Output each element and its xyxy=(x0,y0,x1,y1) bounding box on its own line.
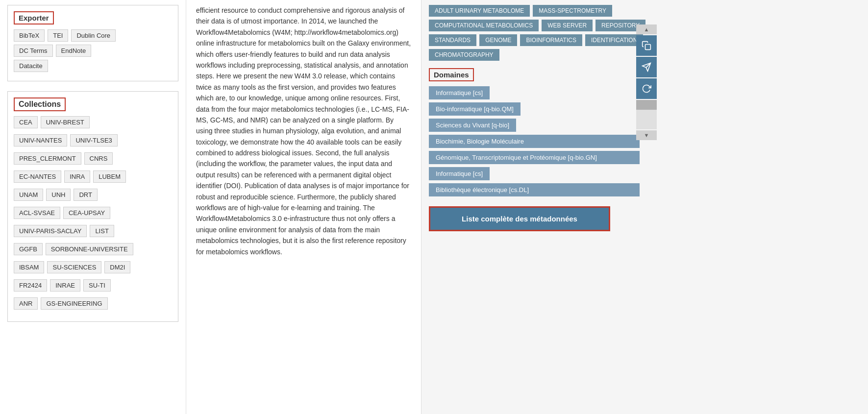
collection-tag[interactable]: UNIV-PARIS-SACLAY xyxy=(14,225,87,237)
exporter-row-1: BibTeX TEI Dublin Core xyxy=(14,29,172,42)
collection-tag[interactable]: DM2I xyxy=(104,261,130,273)
collection-tag[interactable]: ANR xyxy=(14,297,38,310)
main-content: efficient resource to conduct comprehens… xyxy=(186,0,422,414)
refresh-icon-button[interactable] xyxy=(636,78,657,99)
keyword-tag[interactable]: BIOINFORMATICS xyxy=(520,34,582,46)
domain-tag[interactable]: Génomique, Transcriptomique et Protéomiq… xyxy=(429,151,640,164)
collection-tag[interactable]: UNIV-TLSE3 xyxy=(70,134,117,146)
datacite-button[interactable]: Datacite xyxy=(14,60,48,72)
collection-tag[interactable]: UNIV-BREST xyxy=(41,116,90,128)
exporter-row-2: DC Terms EndNote xyxy=(14,45,172,57)
scrollbar-thumb[interactable] xyxy=(636,100,657,110)
collection-tag[interactable]: UNIV-NANTES xyxy=(14,134,67,146)
collection-tag[interactable]: SU-SCIENCES xyxy=(47,261,101,273)
scroll-down-arrow[interactable]: ▼ xyxy=(636,130,657,140)
collection-tag[interactable]: SORBONNE-UNIVERSITE xyxy=(46,243,133,255)
keyword-tag[interactable]: CHROMATOGRAPHY xyxy=(429,49,499,61)
keyword-tag[interactable]: GENOME xyxy=(479,34,517,46)
domain-tag[interactable]: Bibliothèque électronique [cs.DL] xyxy=(429,183,640,196)
collection-tag[interactable]: GS-ENGINEERING xyxy=(41,297,107,310)
keyword-tags: ADULT URINARY METABOLOMEMASS-SPECTROMETR… xyxy=(429,5,649,61)
svg-rect-0 xyxy=(645,45,651,50)
collections-title: Collections xyxy=(14,97,66,111)
collection-tag[interactable]: SU-TI xyxy=(83,279,111,292)
collection-tag[interactable]: UNAM xyxy=(14,189,43,201)
exporter-row-3: Datacite xyxy=(14,60,172,72)
collections-section: Collections CEAUNIV-BRESTUNIV-NANTESUNIV… xyxy=(7,91,178,322)
collection-tag[interactable]: ACL-SVSAE xyxy=(14,207,60,219)
scroll-up-arrow[interactable]: ▲ xyxy=(636,24,657,34)
collection-tag[interactable]: INRAE xyxy=(50,279,80,292)
keyword-tag[interactable]: WEB SERVER xyxy=(542,20,593,31)
dublin-core-button[interactable]: Dublin Core xyxy=(71,29,116,42)
dc-terms-button[interactable]: DC Terms xyxy=(14,45,53,57)
domaines-title: Domaines xyxy=(429,68,474,81)
domain-tag[interactable]: Bio-informatique [q-bio.QM] xyxy=(429,102,521,116)
liste-complete-button[interactable]: Liste complète des métadonnées xyxy=(429,206,610,231)
collection-tag[interactable]: IBSAM xyxy=(14,261,44,273)
domain-tags: Informatique [cs]Bio-informatique [q-bio… xyxy=(429,86,649,196)
collection-tag[interactable]: UNH xyxy=(46,189,71,201)
collection-tag[interactable]: GGFB xyxy=(14,243,43,255)
exporter-section: Exporter BibTeX TEI Dublin Core DC Terms… xyxy=(7,5,178,81)
collection-tag[interactable]: LUBEM xyxy=(93,170,126,183)
keyword-tag[interactable]: COMPUTATIONAL METABOLOMICS xyxy=(429,20,539,31)
domain-tag[interactable]: Informatique [cs] xyxy=(429,167,490,180)
collection-tag[interactable]: LIST xyxy=(90,225,114,237)
description-text: efficient resource to conduct comprehens… xyxy=(196,5,411,257)
collection-tag[interactable]: CNRS xyxy=(84,152,113,165)
sidebar-icons: ▲ ▼ xyxy=(636,24,657,140)
collection-tag[interactable]: PRES_CLERMONT xyxy=(14,152,81,165)
collections-tags: CEAUNIV-BRESTUNIV-NANTESUNIV-TLSE3PRES_C… xyxy=(14,116,172,313)
collection-tag[interactable]: DRT xyxy=(74,189,97,201)
collection-tag[interactable]: INRA xyxy=(64,170,90,183)
keyword-tag[interactable]: IDENTIFICATION xyxy=(585,34,643,46)
domain-tag[interactable]: Biochimie, Biologie Moléculaire xyxy=(429,135,640,148)
collection-tag[interactable]: CEA-UPSAY xyxy=(63,207,110,219)
exporter-title: Exporter xyxy=(14,11,54,24)
send-icon-button[interactable] xyxy=(636,57,657,77)
page-wrapper: Exporter BibTeX TEI Dublin Core DC Terms… xyxy=(0,0,868,414)
collection-tag[interactable]: EC-NANTES xyxy=(14,170,61,183)
tei-button[interactable]: TEI xyxy=(48,29,68,42)
domain-tag[interactable]: Informatique [cs] xyxy=(429,86,490,99)
collection-tag[interactable]: FR2424 xyxy=(14,279,47,292)
left-panel: Exporter BibTeX TEI Dublin Core DC Terms… xyxy=(0,0,186,414)
right-panel: ADULT URINARY METABOLOMEMASS-SPECTROMETR… xyxy=(422,0,657,414)
copy-icon-button[interactable] xyxy=(636,35,657,56)
keyword-tag[interactable]: STANDARDS xyxy=(429,34,476,46)
domain-tag[interactable]: Sciences du Vivant [q-bio] xyxy=(429,119,516,132)
keyword-tag[interactable]: ADULT URINARY METABOLOME xyxy=(429,5,530,17)
scrollbar-track xyxy=(636,100,657,129)
bibtex-button[interactable]: BibTeX xyxy=(14,29,45,42)
collection-tag[interactable]: CEA xyxy=(14,116,38,128)
keyword-tag[interactable]: MASS-SPECTROMETRY xyxy=(533,5,612,17)
endnote-button[interactable]: EndNote xyxy=(56,45,92,57)
